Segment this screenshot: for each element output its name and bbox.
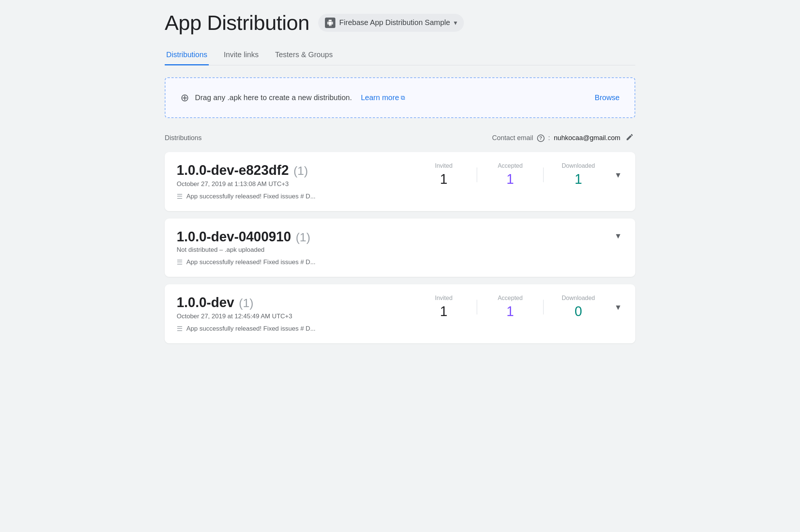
dist-version-row-1: 1.0.0-dev-e823df2 (1) xyxy=(177,163,429,178)
dist-card-right-2: ▾ xyxy=(613,229,623,242)
app-selector-label: Firebase App Distribution Sample xyxy=(339,18,450,27)
dropzone-message: Drag any .apk here to create a new distr… xyxy=(195,93,352,102)
stat-label-downloaded-3: Downloaded xyxy=(562,295,595,301)
dist-card-left-2: 1.0.0-dev-0400910 (1) Not distributed – … xyxy=(177,229,613,266)
stat-accepted-3: Accepted 1 xyxy=(495,295,525,319)
contact-email-area: Contact email ? : nuhkocaa@gmail.com xyxy=(492,132,635,145)
dist-card-right-1: Invited 1 Accepted 1 Downloaded 1 ▾ xyxy=(429,163,623,187)
stat-value-accepted-3: 1 xyxy=(506,304,514,319)
dropzone-content: ⊕ Drag any .apk here to create a new dis… xyxy=(180,92,405,104)
dist-version-row-2: 1.0.0-dev-0400910 (1) xyxy=(177,229,613,245)
edit-email-button[interactable] xyxy=(624,132,635,145)
android-icon xyxy=(327,19,334,26)
stat-divider-3b xyxy=(543,300,544,315)
doc-icon-3: ☰ xyxy=(177,325,183,333)
chevron-down-icon: ▾ xyxy=(454,19,457,27)
distribution-card-3: 1.0.0-dev (1) October 27, 2019 at 12:45:… xyxy=(165,284,635,343)
stat-label-downloaded-1: Downloaded xyxy=(562,163,595,169)
page-title: App Distribution xyxy=(165,10,309,35)
section-header: Distributions Contact email ? : nuhkocaa… xyxy=(165,132,635,145)
dist-notes-3: ☰ App successfully released! Fixed issue… xyxy=(177,325,429,333)
dist-version-3: 1.0.0-dev xyxy=(177,295,234,310)
chevron-down-icon-1: ▾ xyxy=(616,170,620,180)
expand-button-3[interactable]: ▾ xyxy=(613,300,623,314)
distributions-section-title: Distributions xyxy=(165,134,202,142)
external-link-icon: ⧉ xyxy=(401,95,405,101)
contact-email-label: Contact email xyxy=(492,134,533,142)
stat-divider-3a xyxy=(477,300,477,315)
dist-card-header-3: 1.0.0-dev (1) October 27, 2019 at 12:45:… xyxy=(177,295,623,333)
dist-count-1: (1) xyxy=(294,164,308,177)
distribution-card-1: 1.0.0-dev-e823df2 (1) October 27, 2019 a… xyxy=(165,152,635,211)
stat-value-invited-3: 1 xyxy=(440,304,447,319)
distribution-card-2: 1.0.0-dev-0400910 (1) Not distributed – … xyxy=(165,219,635,277)
tabs-nav: Distributions Invite links Testers & Gro… xyxy=(165,45,635,65)
stat-downloaded-1: Downloaded 1 xyxy=(562,163,595,187)
dist-notes-text-2: App successfully released! Fixed issues … xyxy=(186,259,316,266)
stat-label-invited-3: Invited xyxy=(435,295,452,301)
upload-icon: ⊕ xyxy=(180,92,189,104)
stat-downloaded-3: Downloaded 0 xyxy=(562,295,595,319)
dist-card-header-1: 1.0.0-dev-e823df2 (1) October 27, 2019 a… xyxy=(177,163,623,201)
dist-card-header-2: 1.0.0-dev-0400910 (1) Not distributed – … xyxy=(177,229,623,266)
dist-status-2: Not distributed – .apk uploaded xyxy=(177,246,613,254)
stat-label-invited-1: Invited xyxy=(435,163,452,169)
stat-divider-1a xyxy=(477,167,477,182)
dist-notes-text-3: App successfully released! Fixed issues … xyxy=(186,325,316,332)
expand-button-1[interactable]: ▾ xyxy=(613,168,623,182)
app-icon xyxy=(325,18,335,28)
header: App Distribution Firebase App Distributi… xyxy=(165,10,635,35)
stat-accepted-1: Accepted 1 xyxy=(495,163,525,187)
dist-date-3: October 27, 2019 at 12:45:49 AM UTC+3 xyxy=(177,313,429,320)
tab-distributions[interactable]: Distributions xyxy=(165,45,209,65)
stat-divider-1b xyxy=(543,167,544,182)
distributions-list: 1.0.0-dev-e823df2 (1) October 27, 2019 a… xyxy=(165,152,635,343)
dist-date-1: October 27, 2019 at 1:13:08 AM UTC+3 xyxy=(177,180,429,188)
dist-card-left-3: 1.0.0-dev (1) October 27, 2019 at 12:45:… xyxy=(177,295,429,333)
dist-card-left-1: 1.0.0-dev-e823df2 (1) October 27, 2019 a… xyxy=(177,163,429,201)
stat-value-accepted-1: 1 xyxy=(506,171,514,187)
learn-more-link[interactable]: Learn more ⧉ xyxy=(361,93,404,102)
dist-version-2: 1.0.0-dev-0400910 xyxy=(177,229,291,244)
tab-invite-links[interactable]: Invite links xyxy=(222,45,260,65)
stat-value-downloaded-1: 1 xyxy=(575,171,582,187)
expand-button-2[interactable]: ▾ xyxy=(613,229,623,242)
stat-invited-1: Invited 1 xyxy=(429,163,459,187)
learn-more-label: Learn more xyxy=(361,93,399,102)
stat-value-invited-1: 1 xyxy=(440,171,447,187)
stat-invited-3: Invited 1 xyxy=(429,295,459,319)
dropzone: ⊕ Drag any .apk here to create a new dis… xyxy=(165,77,635,118)
stat-label-accepted-1: Accepted xyxy=(498,163,523,169)
pencil-icon xyxy=(626,133,634,141)
contact-email-separator: : xyxy=(548,134,550,142)
dist-version-1: 1.0.0-dev-e823df2 xyxy=(177,163,289,178)
dist-notes-2: ☰ App successfully released! Fixed issue… xyxy=(177,258,613,266)
doc-icon-2: ☰ xyxy=(177,258,183,266)
stat-value-downloaded-3: 0 xyxy=(575,304,582,319)
dist-notes-text-1: App successfully released! Fixed issues … xyxy=(186,193,316,200)
chevron-down-icon-2: ▾ xyxy=(616,231,620,241)
help-icon[interactable]: ? xyxy=(537,134,545,142)
dist-card-right-3: Invited 1 Accepted 1 Downloaded 0 ▾ xyxy=(429,295,623,319)
browse-button[interactable]: Browse xyxy=(595,93,620,102)
chevron-down-icon-3: ▾ xyxy=(616,302,620,312)
dist-version-row-3: 1.0.0-dev (1) xyxy=(177,295,429,310)
app-selector-button[interactable]: Firebase App Distribution Sample ▾ xyxy=(318,14,464,32)
tab-testers-groups[interactable]: Testers & Groups xyxy=(273,45,334,65)
stat-label-accepted-3: Accepted xyxy=(498,295,523,301)
contact-email-value: nuhkocaa@gmail.com xyxy=(554,134,620,142)
dist-notes-1: ☰ App successfully released! Fixed issue… xyxy=(177,192,429,201)
dist-count-3: (1) xyxy=(239,296,254,310)
dist-count-2: (1) xyxy=(296,231,310,244)
doc-icon-1: ☰ xyxy=(177,192,183,201)
